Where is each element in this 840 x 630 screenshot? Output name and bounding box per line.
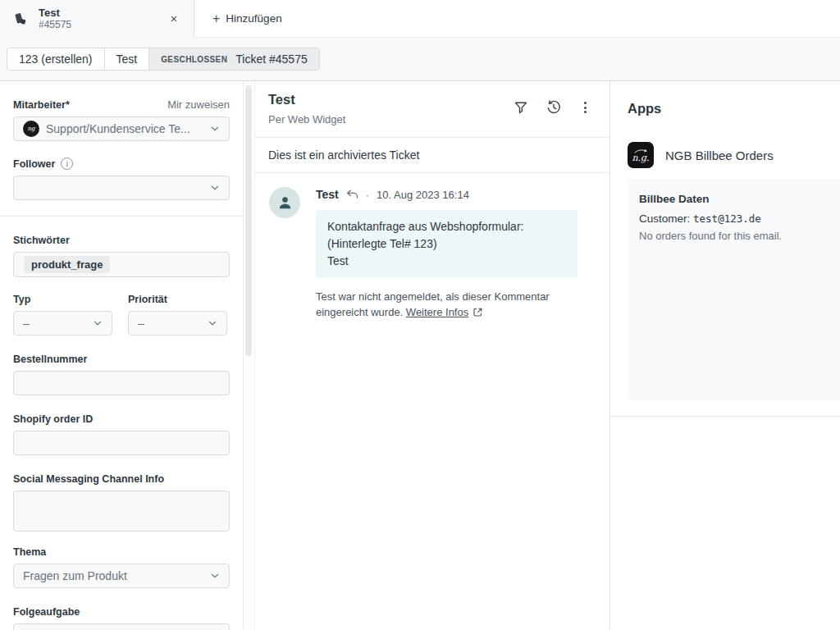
no-orders-text: No orders found for this email. [639,230,829,242]
tab-bar: Test #45575 × + Hinzufügen [0,0,840,38]
comment-note: Test war nicht angemeldet, als dieser Ko… [316,289,591,321]
ticket-tab-title: Test [39,7,71,19]
thema-label: Thema [13,546,46,558]
app-name: NGB Billbee Orders [665,148,774,162]
breadcrumb-segments: 123 (erstellen) Test GESCHLOSSEN Ticket … [7,48,320,71]
chevron-down-icon [93,318,103,328]
billbee-card-title: Billbee Daten [639,193,829,205]
ticket-icon [12,11,29,27]
folgeaufgabe-label: Folgeaufgabe [13,606,80,618]
order-number-input[interactable] [13,371,230,395]
ticket-fields-panel: Mitarbeiter* Mir zuweisen ng Support/Kun… [0,81,244,630]
add-tab-button[interactable]: + Hinzufügen [204,0,290,37]
chevron-down-icon [210,183,220,193]
apps-divider [611,416,840,417]
thema-value: Fragen zum Produkt [23,569,127,582]
app-window: Test #45575 × + Hinzufügen 123 (erstelle… [0,0,840,630]
assignee-avatar: ng [23,121,39,137]
billbee-app-icon: n.g. [628,142,654,168]
tags-label: Stichwörter [13,235,70,246]
comment-body: Test · 10. Aug 2023 16:14 Kontaktanfrage… [316,185,591,321]
priority-label: Priorität [128,294,167,305]
close-tab-icon[interactable]: × [166,10,182,26]
kebab-menu-icon[interactable] [579,100,591,115]
shopify-order-id-input[interactable] [13,431,230,455]
conversation-panel: Test Per Web Widget Dies ist ein archivi… [254,81,610,630]
chevron-down-icon [210,571,220,581]
sidebar-scrollbar [244,81,254,630]
type-label: Typ [13,294,30,305]
type-value: – [23,317,30,330]
comment-author: Test [316,188,339,201]
history-icon[interactable] [546,99,562,116]
conversation-header: Test Per Web Widget [255,81,609,138]
tags-input[interactable]: produkt_frage [13,252,230,277]
assignee-select[interactable]: ng Support/Kundenservice Te... [13,116,230,141]
chevron-down-icon [208,318,217,328]
priority-select[interactable]: – [128,311,227,336]
weitere-infos-link[interactable]: Weitere Infos [406,306,468,318]
breadcrumb: 123 (erstellen) Test GESCHLOSSEN Ticket … [0,38,840,81]
info-icon[interactable]: i [61,158,73,170]
type-select[interactable]: – [13,311,112,336]
ticket-tab[interactable]: Test #45575 × [0,0,194,38]
assignee-value: Support/Kundenservice Te... [46,122,210,135]
customer-line: Customer: test@123.de [639,212,829,225]
breadcrumb-requester[interactable]: 123 (erstellen) [7,48,104,70]
customer-label: Customer: [639,212,690,225]
sidebar-divider [0,216,243,217]
customer-email: test@123.de [693,212,761,225]
filter-icon[interactable] [514,100,528,115]
comment: Test · 10. Aug 2023 16:14 Kontaktanfrage… [255,173,609,321]
breadcrumb-ticket-segment[interactable]: GESCHLOSSEN Ticket #45575 [148,48,319,70]
priority-value: – [138,317,144,330]
plus-icon: + [212,11,220,26]
avatar [269,187,300,218]
dot-separator: · [366,189,369,201]
social-channel-input[interactable] [13,491,230,532]
order-number-label: Bestellnummer [13,354,87,365]
folgeaufgabe-input[interactable] [13,623,230,630]
scrollbar-thumb[interactable] [245,85,252,356]
external-link-icon [473,305,482,321]
billbee-logo-text: n.g. [632,154,649,162]
reply-icon [346,189,358,199]
assignee-label: Mitarbeiter* [13,99,70,111]
app-row-billbee[interactable]: n.g. NGB Billbee Orders [628,142,840,168]
social-channel-label: Social Messaging Channel Info [13,473,164,485]
comment-message: Kontaktanfrage aus Webshopformular: (Hin… [316,210,578,278]
follower-select[interactable] [13,176,230,200]
chevron-down-icon [210,124,220,134]
status-badge: GESCHLOSSEN [161,55,227,64]
ticket-tab-id: #45575 [39,19,71,31]
ticket-number: Ticket #45575 [235,52,307,66]
assign-to-me-link[interactable]: Mir zuweisen [167,98,230,111]
billbee-data-card: Billbee Daten Customer: test@123.de No o… [628,179,840,399]
apps-title: Apps [628,101,840,116]
follower-label: Follower [13,158,55,170]
tag-chip[interactable]: produkt_frage [24,256,110,273]
breadcrumb-subject[interactable]: Test [104,48,149,70]
shopify-order-id-label: Shopify order ID [13,413,93,425]
apps-panel: Apps n.g. NGB Billbee Orders Billbee Dat… [611,81,840,630]
ticket-tab-texts: Test #45575 [39,7,71,31]
add-tab-label: Hinzufügen [226,12,281,25]
thema-select[interactable]: Fragen zum Produkt [13,564,230,588]
comment-timestamp: 10. Aug 2023 16:14 [377,189,469,201]
archived-ticket-banner: Dies ist ein archiviertes Ticket [255,138,609,173]
